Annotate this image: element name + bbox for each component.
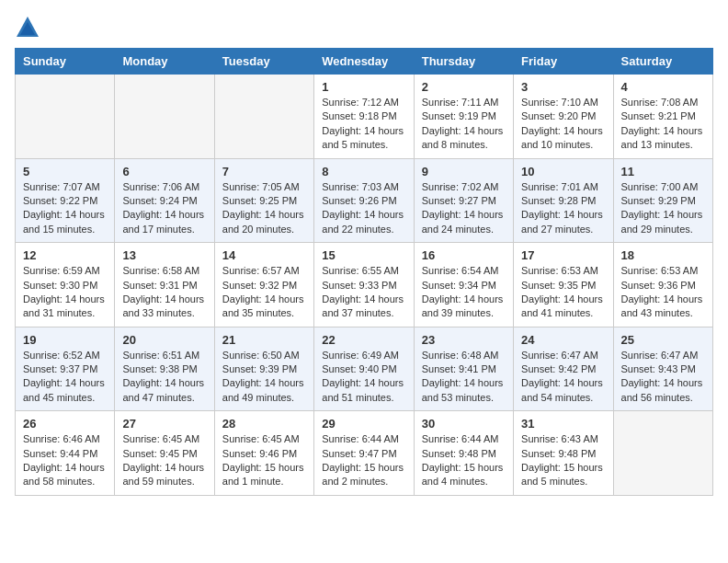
day-number: 12 xyxy=(23,248,107,262)
calendar-cell: 18Sunrise: 6:53 AM Sunset: 9:36 PM Dayli… xyxy=(613,243,712,327)
day-info: Sunrise: 6:46 AM Sunset: 9:44 PM Dayligh… xyxy=(23,432,107,489)
day-number: 20 xyxy=(122,333,206,347)
day-info: Sunrise: 6:59 AM Sunset: 9:30 PM Dayligh… xyxy=(23,264,107,321)
calendar-cell xyxy=(16,75,115,159)
day-info: Sunrise: 6:47 AM Sunset: 9:43 PM Dayligh… xyxy=(621,349,705,406)
day-info: Sunrise: 6:45 AM Sunset: 9:46 PM Dayligh… xyxy=(222,432,306,489)
calendar-cell: 4Sunrise: 7:08 AM Sunset: 9:21 PM Daylig… xyxy=(613,75,712,159)
day-number: 4 xyxy=(621,80,705,94)
calendar-cell: 21Sunrise: 6:50 AM Sunset: 9:39 PM Dayli… xyxy=(214,327,313,411)
day-number: 26 xyxy=(23,417,107,431)
day-info: Sunrise: 7:10 AM Sunset: 9:20 PM Dayligh… xyxy=(521,96,605,153)
day-info: Sunrise: 6:45 AM Sunset: 9:45 PM Dayligh… xyxy=(122,432,206,489)
calendar-cell: 10Sunrise: 7:01 AM Sunset: 9:28 PM Dayli… xyxy=(514,158,613,243)
calendar-cell: 24Sunrise: 6:47 AM Sunset: 9:42 PM Dayli… xyxy=(514,327,613,411)
header-thursday: Thursday xyxy=(414,49,513,75)
header-friday: Friday xyxy=(514,49,613,75)
calendar-cell xyxy=(214,75,313,159)
calendar-cell: 17Sunrise: 6:53 AM Sunset: 9:35 PM Dayli… xyxy=(514,243,613,327)
day-info: Sunrise: 6:53 AM Sunset: 9:36 PM Dayligh… xyxy=(621,264,705,321)
day-info: Sunrise: 6:55 AM Sunset: 9:33 PM Dayligh… xyxy=(322,264,405,321)
day-number: 19 xyxy=(23,333,107,347)
calendar-cell: 31Sunrise: 6:43 AM Sunset: 9:48 PM Dayli… xyxy=(514,411,613,496)
header-tuesday: Tuesday xyxy=(214,49,313,75)
day-number: 29 xyxy=(322,417,405,431)
header-row: SundayMondayTuesdayWednesdayThursdayFrid… xyxy=(16,49,713,75)
day-number: 8 xyxy=(322,165,405,178)
day-number: 10 xyxy=(521,165,605,178)
calendar-cell: 1Sunrise: 7:12 AM Sunset: 9:18 PM Daylig… xyxy=(314,75,414,159)
logo xyxy=(15,15,44,40)
day-info: Sunrise: 6:44 AM Sunset: 9:48 PM Dayligh… xyxy=(422,432,506,489)
day-info: Sunrise: 7:11 AM Sunset: 9:19 PM Dayligh… xyxy=(422,96,506,153)
day-info: Sunrise: 6:50 AM Sunset: 9:39 PM Dayligh… xyxy=(222,349,306,406)
calendar-cell: 25Sunrise: 6:47 AM Sunset: 9:43 PM Dayli… xyxy=(613,327,712,411)
calendar-cell: 19Sunrise: 6:52 AM Sunset: 9:37 PM Dayli… xyxy=(16,327,115,411)
calendar-cell: 11Sunrise: 7:00 AM Sunset: 9:29 PM Dayli… xyxy=(613,158,712,243)
calendar-cell: 22Sunrise: 6:49 AM Sunset: 9:40 PM Dayli… xyxy=(314,327,414,411)
calendar-cell: 2Sunrise: 7:11 AM Sunset: 9:19 PM Daylig… xyxy=(414,75,513,159)
day-info: Sunrise: 7:06 AM Sunset: 9:24 PM Dayligh… xyxy=(122,180,206,237)
day-number: 27 xyxy=(122,417,206,431)
day-number: 28 xyxy=(222,417,306,431)
day-number: 7 xyxy=(222,165,306,178)
day-number: 22 xyxy=(322,333,405,347)
week-row: 19Sunrise: 6:52 AM Sunset: 9:37 PM Dayli… xyxy=(16,327,713,411)
day-number: 11 xyxy=(621,165,705,178)
week-row: 1Sunrise: 7:12 AM Sunset: 9:18 PM Daylig… xyxy=(16,75,713,159)
day-number: 15 xyxy=(322,248,405,262)
day-number: 25 xyxy=(621,333,705,347)
calendar-cell: 13Sunrise: 6:58 AM Sunset: 9:31 PM Dayli… xyxy=(115,243,214,327)
calendar-cell: 28Sunrise: 6:45 AM Sunset: 9:46 PM Dayli… xyxy=(214,411,313,496)
calendar-cell: 20Sunrise: 6:51 AM Sunset: 9:38 PM Dayli… xyxy=(115,327,214,411)
day-info: Sunrise: 6:53 AM Sunset: 9:35 PM Dayligh… xyxy=(521,264,605,321)
calendar-cell: 8Sunrise: 7:03 AM Sunset: 9:26 PM Daylig… xyxy=(314,158,414,243)
calendar-cell: 15Sunrise: 6:55 AM Sunset: 9:33 PM Dayli… xyxy=(314,243,414,327)
week-row: 12Sunrise: 6:59 AM Sunset: 9:30 PM Dayli… xyxy=(16,243,713,327)
day-number: 3 xyxy=(521,80,605,94)
day-number: 21 xyxy=(222,333,306,347)
day-number: 30 xyxy=(422,417,506,431)
day-info: Sunrise: 7:08 AM Sunset: 9:21 PM Dayligh… xyxy=(621,96,705,153)
day-info: Sunrise: 6:43 AM Sunset: 9:48 PM Dayligh… xyxy=(521,432,605,489)
week-row: 26Sunrise: 6:46 AM Sunset: 9:44 PM Dayli… xyxy=(16,411,713,496)
day-info: Sunrise: 7:02 AM Sunset: 9:27 PM Dayligh… xyxy=(422,180,506,237)
day-info: Sunrise: 6:51 AM Sunset: 9:38 PM Dayligh… xyxy=(122,349,206,406)
calendar-cell: 29Sunrise: 6:44 AM Sunset: 9:47 PM Dayli… xyxy=(314,411,414,496)
day-number: 24 xyxy=(521,333,605,347)
calendar-cell: 26Sunrise: 6:46 AM Sunset: 9:44 PM Dayli… xyxy=(16,411,115,496)
page-header xyxy=(15,15,713,40)
day-info: Sunrise: 7:05 AM Sunset: 9:25 PM Dayligh… xyxy=(222,180,306,237)
calendar-cell: 23Sunrise: 6:48 AM Sunset: 9:41 PM Dayli… xyxy=(414,327,513,411)
calendar-cell: 5Sunrise: 7:07 AM Sunset: 9:22 PM Daylig… xyxy=(16,158,115,243)
calendar-cell: 16Sunrise: 6:54 AM Sunset: 9:34 PM Dayli… xyxy=(414,243,513,327)
day-info: Sunrise: 7:00 AM Sunset: 9:29 PM Dayligh… xyxy=(621,180,705,237)
day-info: Sunrise: 6:49 AM Sunset: 9:40 PM Dayligh… xyxy=(322,349,405,406)
day-number: 6 xyxy=(122,165,206,178)
header-sunday: Sunday xyxy=(16,49,115,75)
day-info: Sunrise: 7:03 AM Sunset: 9:26 PM Dayligh… xyxy=(322,180,405,237)
day-info: Sunrise: 7:01 AM Sunset: 9:28 PM Dayligh… xyxy=(521,180,605,237)
day-info: Sunrise: 6:48 AM Sunset: 9:41 PM Dayligh… xyxy=(422,349,506,406)
calendar-cell: 6Sunrise: 7:06 AM Sunset: 9:24 PM Daylig… xyxy=(115,158,214,243)
day-info: Sunrise: 7:12 AM Sunset: 9:18 PM Dayligh… xyxy=(322,96,405,153)
day-number: 9 xyxy=(422,165,506,178)
calendar-cell: 3Sunrise: 7:10 AM Sunset: 9:20 PM Daylig… xyxy=(514,75,613,159)
day-info: Sunrise: 6:52 AM Sunset: 9:37 PM Dayligh… xyxy=(23,349,107,406)
day-number: 23 xyxy=(422,333,506,347)
header-saturday: Saturday xyxy=(613,49,712,75)
day-info: Sunrise: 6:58 AM Sunset: 9:31 PM Dayligh… xyxy=(122,264,206,321)
day-info: Sunrise: 7:07 AM Sunset: 9:22 PM Dayligh… xyxy=(23,180,107,237)
calendar-cell: 7Sunrise: 7:05 AM Sunset: 9:25 PM Daylig… xyxy=(214,158,313,243)
calendar-cell: 14Sunrise: 6:57 AM Sunset: 9:32 PM Dayli… xyxy=(214,243,313,327)
day-number: 5 xyxy=(23,165,107,178)
header-monday: Monday xyxy=(115,49,214,75)
calendar-table: SundayMondayTuesdayWednesdayThursdayFrid… xyxy=(15,48,713,496)
week-row: 5Sunrise: 7:07 AM Sunset: 9:22 PM Daylig… xyxy=(16,158,713,243)
day-number: 17 xyxy=(521,248,605,262)
day-number: 2 xyxy=(422,80,506,94)
calendar-cell: 12Sunrise: 6:59 AM Sunset: 9:30 PM Dayli… xyxy=(16,243,115,327)
logo-icon xyxy=(15,15,40,40)
calendar-cell: 9Sunrise: 7:02 AM Sunset: 9:27 PM Daylig… xyxy=(414,158,513,243)
calendar-cell xyxy=(613,411,712,496)
